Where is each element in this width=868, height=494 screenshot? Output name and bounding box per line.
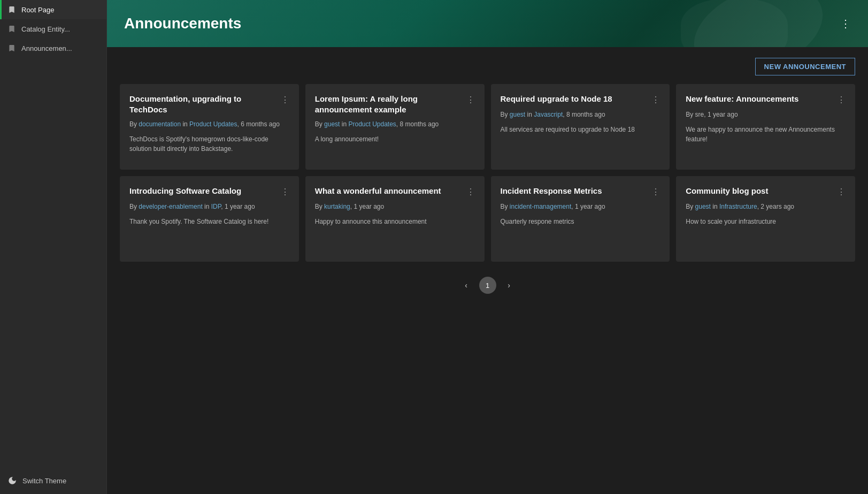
announcement-card-5: What a wonderful announcement ⋮ By kurta… — [305, 176, 485, 262]
card-category-link-0[interactable]: Product Updates — [189, 120, 237, 128]
bookmark-icon-2 — [7, 25, 16, 33]
switch-theme-label: Switch Theme — [22, 477, 66, 485]
card-title-3: New feature: Announcements — [686, 94, 833, 104]
card-body-4: Thank you Spotify. The Software Catalog … — [129, 217, 289, 226]
card-body-5: Happy to announce this announcement — [315, 217, 475, 226]
switch-theme-button[interactable]: Switch Theme — [0, 467, 106, 494]
card-title-4: Introducing Software Catalog — [129, 186, 276, 196]
pagination-next[interactable]: › — [501, 277, 518, 294]
new-announcement-button[interactable]: NEW ANNOUNCEMENT — [755, 58, 855, 75]
announcement-card-1: Lorem Ipsum: A really long announcement … — [305, 84, 485, 170]
card-category-link-2[interactable]: Javascript — [534, 111, 563, 118]
card-header-5: What a wonderful announcement ⋮ — [315, 186, 475, 197]
card-header-2: Required upgrade to Node 18 ⋮ — [501, 94, 660, 105]
pagination-page-1[interactable]: 1 — [479, 277, 496, 294]
card-author-link-2[interactable]: guest — [510, 111, 525, 118]
card-menu-1[interactable]: ⋮ — [466, 95, 475, 105]
card-menu-2[interactable]: ⋮ — [651, 95, 660, 105]
announcement-card-6: Incident Response Metrics ⋮ By incident-… — [491, 176, 670, 262]
sidebar-item-announcements[interactable]: Announcemen... — [0, 39, 106, 58]
card-body-0: TechDocs is Spotify's homegrown docs-lik… — [129, 134, 289, 154]
card-category-link-4[interactable]: IDP — [211, 203, 221, 210]
card-header-0: Documentation, upgrading to TechDocs ⋮ — [129, 94, 289, 115]
card-menu-3[interactable]: ⋮ — [837, 95, 846, 105]
card-menu-5[interactable]: ⋮ — [466, 187, 475, 197]
card-body-1: A long announcement! — [315, 134, 475, 144]
card-author-link-1[interactable]: guest — [324, 120, 340, 128]
bookmark-icon — [7, 5, 16, 14]
bookmark-icon-3 — [7, 44, 16, 52]
card-header-7: Community blog post ⋮ — [686, 186, 846, 197]
sidebar-item-label-3: Announcemen... — [21, 44, 72, 52]
card-title-2: Required upgrade to Node 18 — [501, 94, 648, 104]
card-title-5: What a wonderful announcement — [315, 186, 462, 196]
card-author-link-7[interactable]: guest — [695, 203, 711, 210]
card-header-4: Introducing Software Catalog ⋮ — [129, 186, 289, 197]
announcements-grid: Documentation, upgrading to TechDocs ⋮ B… — [120, 84, 855, 262]
content-toolbar: NEW ANNOUNCEMENT — [120, 58, 855, 75]
sidebar-item-label-2: Catalog Entity... — [21, 25, 70, 33]
card-title-7: Community blog post — [686, 186, 833, 196]
announcement-card-7: Community blog post ⋮ By guest in Infras… — [676, 176, 855, 262]
card-body-3: We are happy to announce the new Announc… — [686, 125, 846, 144]
announcement-card-3: New feature: Announcements ⋮ By sre, 1 y… — [676, 84, 855, 170]
card-menu-4[interactable]: ⋮ — [281, 187, 289, 197]
card-menu-7[interactable]: ⋮ — [837, 187, 846, 197]
page-title: Announcements — [124, 15, 241, 32]
header-banner: Announcements ⋮ — [107, 0, 868, 47]
card-header-6: Incident Response Metrics ⋮ — [501, 186, 660, 197]
card-meta-7: By guest in Infrastructure, 2 years ago — [686, 202, 846, 211]
card-body-7: How to scale your infrastructure — [686, 217, 846, 226]
card-title-6: Incident Response Metrics — [501, 186, 648, 196]
sidebar-item-root[interactable]: Root Page — [0, 0, 106, 19]
card-title-1: Lorem Ipsum: A really long announcement … — [315, 94, 462, 115]
card-meta-2: By guest in Javascript, 8 months ago — [501, 110, 660, 119]
pagination: ‹ 1 › — [120, 277, 855, 305]
card-meta-0: By documentation in Product Updates, 6 m… — [129, 120, 289, 129]
announcement-card-4: Introducing Software Catalog ⋮ By develo… — [120, 176, 299, 262]
card-header-1: Lorem Ipsum: A really long announcement … — [315, 94, 475, 115]
card-meta-1: By guest in Product Updates, 8 months ag… — [315, 120, 475, 129]
card-author-link-6[interactable]: incident-management — [510, 203, 571, 210]
main-content: Announcements ⋮ NEW ANNOUNCEMENT Documen… — [107, 0, 868, 494]
card-meta-6: By incident-management, 1 year ago — [501, 202, 660, 211]
announcement-card-2: Required upgrade to Node 18 ⋮ By guest i… — [491, 84, 670, 170]
moon-icon — [7, 476, 17, 485]
card-title-0: Documentation, upgrading to TechDocs — [129, 94, 276, 115]
card-header-3: New feature: Announcements ⋮ — [686, 94, 846, 105]
card-author-link-0[interactable]: documentation — [139, 120, 181, 128]
card-meta-4: By developer-enablement in IDP, 1 year a… — [129, 202, 289, 211]
card-meta-3: By sre, 1 year ago — [686, 110, 846, 119]
card-author-link-5[interactable]: kurtaking — [324, 203, 350, 210]
card-category-link-1[interactable]: Product Updates — [348, 120, 396, 128]
card-meta-5: By kurtaking, 1 year ago — [315, 202, 475, 211]
header-menu-icon[interactable]: ⋮ — [840, 17, 851, 30]
sidebar-item-catalog[interactable]: Catalog Entity... — [0, 19, 106, 39]
card-body-6: Quarterly respone metrics — [501, 217, 660, 226]
card-body-2: All services are required to upgrade to … — [501, 125, 660, 134]
sidebar-item-label: Root Page — [21, 6, 54, 14]
card-menu-6[interactable]: ⋮ — [651, 187, 660, 197]
card-category-link-7[interactable]: Infrastructure — [719, 203, 757, 210]
sidebar: Root Page Catalog Entity... Announcemen.… — [0, 0, 107, 494]
card-author-link-4[interactable]: developer-enablement — [139, 203, 202, 210]
announcement-card-0: Documentation, upgrading to TechDocs ⋮ B… — [120, 84, 299, 170]
card-menu-0[interactable]: ⋮ — [281, 95, 289, 105]
pagination-prev[interactable]: ‹ — [458, 277, 475, 294]
content-area: NEW ANNOUNCEMENT Documentation, upgradin… — [107, 47, 868, 494]
